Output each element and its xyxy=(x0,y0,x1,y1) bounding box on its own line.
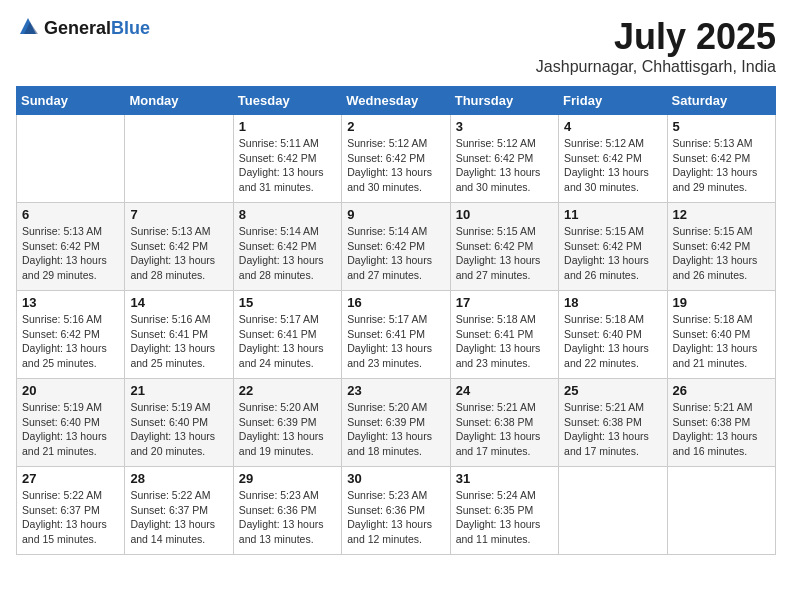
calendar-cell: 6Sunrise: 5:13 AM Sunset: 6:42 PM Daylig… xyxy=(17,203,125,291)
day-detail: Sunrise: 5:12 AM Sunset: 6:42 PM Dayligh… xyxy=(564,136,661,195)
calendar-cell: 11Sunrise: 5:15 AM Sunset: 6:42 PM Dayli… xyxy=(559,203,667,291)
day-detail: Sunrise: 5:21 AM Sunset: 6:38 PM Dayligh… xyxy=(673,400,770,459)
day-number: 4 xyxy=(564,119,661,134)
day-number: 18 xyxy=(564,295,661,310)
page-header: GeneralBlue July 2025 Jashpurnagar, Chha… xyxy=(16,16,776,76)
calendar-cell: 31Sunrise: 5:24 AM Sunset: 6:35 PM Dayli… xyxy=(450,467,558,555)
logo-icon xyxy=(16,16,40,40)
logo: GeneralBlue xyxy=(16,16,150,40)
logo-blue: Blue xyxy=(111,18,150,38)
calendar-cell: 22Sunrise: 5:20 AM Sunset: 6:39 PM Dayli… xyxy=(233,379,341,467)
weekday-header: Monday xyxy=(125,87,233,115)
day-number: 13 xyxy=(22,295,119,310)
day-number: 25 xyxy=(564,383,661,398)
day-number: 30 xyxy=(347,471,444,486)
day-number: 7 xyxy=(130,207,227,222)
weekday-header: Tuesday xyxy=(233,87,341,115)
day-number: 10 xyxy=(456,207,553,222)
day-detail: Sunrise: 5:22 AM Sunset: 6:37 PM Dayligh… xyxy=(130,488,227,547)
day-number: 21 xyxy=(130,383,227,398)
calendar-cell: 19Sunrise: 5:18 AM Sunset: 6:40 PM Dayli… xyxy=(667,291,775,379)
day-number: 6 xyxy=(22,207,119,222)
calendar-cell xyxy=(125,115,233,203)
calendar-cell: 3Sunrise: 5:12 AM Sunset: 6:42 PM Daylig… xyxy=(450,115,558,203)
day-detail: Sunrise: 5:22 AM Sunset: 6:37 PM Dayligh… xyxy=(22,488,119,547)
weekday-header: Thursday xyxy=(450,87,558,115)
calendar-cell: 15Sunrise: 5:17 AM Sunset: 6:41 PM Dayli… xyxy=(233,291,341,379)
day-detail: Sunrise: 5:17 AM Sunset: 6:41 PM Dayligh… xyxy=(239,312,336,371)
day-detail: Sunrise: 5:11 AM Sunset: 6:42 PM Dayligh… xyxy=(239,136,336,195)
day-number: 26 xyxy=(673,383,770,398)
title-block: July 2025 Jashpurnagar, Chhattisgarh, In… xyxy=(536,16,776,76)
day-detail: Sunrise: 5:12 AM Sunset: 6:42 PM Dayligh… xyxy=(347,136,444,195)
day-number: 22 xyxy=(239,383,336,398)
day-number: 27 xyxy=(22,471,119,486)
day-number: 19 xyxy=(673,295,770,310)
logo-general: General xyxy=(44,18,111,38)
day-number: 24 xyxy=(456,383,553,398)
calendar-week-row: 1Sunrise: 5:11 AM Sunset: 6:42 PM Daylig… xyxy=(17,115,776,203)
day-detail: Sunrise: 5:14 AM Sunset: 6:42 PM Dayligh… xyxy=(239,224,336,283)
calendar-cell: 28Sunrise: 5:22 AM Sunset: 6:37 PM Dayli… xyxy=(125,467,233,555)
day-detail: Sunrise: 5:21 AM Sunset: 6:38 PM Dayligh… xyxy=(564,400,661,459)
calendar-cell: 5Sunrise: 5:13 AM Sunset: 6:42 PM Daylig… xyxy=(667,115,775,203)
weekday-header: Wednesday xyxy=(342,87,450,115)
day-detail: Sunrise: 5:14 AM Sunset: 6:42 PM Dayligh… xyxy=(347,224,444,283)
day-detail: Sunrise: 5:20 AM Sunset: 6:39 PM Dayligh… xyxy=(239,400,336,459)
calendar-cell: 9Sunrise: 5:14 AM Sunset: 6:42 PM Daylig… xyxy=(342,203,450,291)
day-detail: Sunrise: 5:15 AM Sunset: 6:42 PM Dayligh… xyxy=(673,224,770,283)
day-number: 15 xyxy=(239,295,336,310)
weekday-header-row: SundayMondayTuesdayWednesdayThursdayFrid… xyxy=(17,87,776,115)
calendar-cell: 25Sunrise: 5:21 AM Sunset: 6:38 PM Dayli… xyxy=(559,379,667,467)
day-detail: Sunrise: 5:23 AM Sunset: 6:36 PM Dayligh… xyxy=(347,488,444,547)
calendar-cell: 16Sunrise: 5:17 AM Sunset: 6:41 PM Dayli… xyxy=(342,291,450,379)
day-detail: Sunrise: 5:19 AM Sunset: 6:40 PM Dayligh… xyxy=(22,400,119,459)
calendar-cell: 10Sunrise: 5:15 AM Sunset: 6:42 PM Dayli… xyxy=(450,203,558,291)
day-detail: Sunrise: 5:13 AM Sunset: 6:42 PM Dayligh… xyxy=(130,224,227,283)
day-detail: Sunrise: 5:20 AM Sunset: 6:39 PM Dayligh… xyxy=(347,400,444,459)
day-number: 5 xyxy=(673,119,770,134)
day-detail: Sunrise: 5:13 AM Sunset: 6:42 PM Dayligh… xyxy=(22,224,119,283)
day-number: 11 xyxy=(564,207,661,222)
calendar-cell: 27Sunrise: 5:22 AM Sunset: 6:37 PM Dayli… xyxy=(17,467,125,555)
calendar-cell: 30Sunrise: 5:23 AM Sunset: 6:36 PM Dayli… xyxy=(342,467,450,555)
day-number: 14 xyxy=(130,295,227,310)
day-number: 9 xyxy=(347,207,444,222)
calendar-week-row: 13Sunrise: 5:16 AM Sunset: 6:42 PM Dayli… xyxy=(17,291,776,379)
calendar-cell: 4Sunrise: 5:12 AM Sunset: 6:42 PM Daylig… xyxy=(559,115,667,203)
weekday-header: Sunday xyxy=(17,87,125,115)
day-detail: Sunrise: 5:21 AM Sunset: 6:38 PM Dayligh… xyxy=(456,400,553,459)
calendar-cell: 2Sunrise: 5:12 AM Sunset: 6:42 PM Daylig… xyxy=(342,115,450,203)
calendar-cell: 26Sunrise: 5:21 AM Sunset: 6:38 PM Dayli… xyxy=(667,379,775,467)
day-number: 28 xyxy=(130,471,227,486)
day-detail: Sunrise: 5:16 AM Sunset: 6:42 PM Dayligh… xyxy=(22,312,119,371)
calendar-cell: 17Sunrise: 5:18 AM Sunset: 6:41 PM Dayli… xyxy=(450,291,558,379)
day-detail: Sunrise: 5:15 AM Sunset: 6:42 PM Dayligh… xyxy=(564,224,661,283)
day-detail: Sunrise: 5:12 AM Sunset: 6:42 PM Dayligh… xyxy=(456,136,553,195)
calendar-cell: 29Sunrise: 5:23 AM Sunset: 6:36 PM Dayli… xyxy=(233,467,341,555)
day-detail: Sunrise: 5:23 AM Sunset: 6:36 PM Dayligh… xyxy=(239,488,336,547)
calendar-cell: 14Sunrise: 5:16 AM Sunset: 6:41 PM Dayli… xyxy=(125,291,233,379)
day-number: 29 xyxy=(239,471,336,486)
logo-text: GeneralBlue xyxy=(44,18,150,39)
calendar-cell: 23Sunrise: 5:20 AM Sunset: 6:39 PM Dayli… xyxy=(342,379,450,467)
day-number: 23 xyxy=(347,383,444,398)
day-number: 2 xyxy=(347,119,444,134)
weekday-header: Saturday xyxy=(667,87,775,115)
calendar-cell xyxy=(17,115,125,203)
calendar-cell: 24Sunrise: 5:21 AM Sunset: 6:38 PM Dayli… xyxy=(450,379,558,467)
day-number: 31 xyxy=(456,471,553,486)
calendar-cell: 18Sunrise: 5:18 AM Sunset: 6:40 PM Dayli… xyxy=(559,291,667,379)
day-detail: Sunrise: 5:18 AM Sunset: 6:40 PM Dayligh… xyxy=(673,312,770,371)
calendar-cell: 8Sunrise: 5:14 AM Sunset: 6:42 PM Daylig… xyxy=(233,203,341,291)
location-title: Jashpurnagar, Chhattisgarh, India xyxy=(536,58,776,76)
calendar-cell: 21Sunrise: 5:19 AM Sunset: 6:40 PM Dayli… xyxy=(125,379,233,467)
day-number: 8 xyxy=(239,207,336,222)
day-number: 12 xyxy=(673,207,770,222)
calendar-week-row: 27Sunrise: 5:22 AM Sunset: 6:37 PM Dayli… xyxy=(17,467,776,555)
calendar-table: SundayMondayTuesdayWednesdayThursdayFrid… xyxy=(16,86,776,555)
day-detail: Sunrise: 5:15 AM Sunset: 6:42 PM Dayligh… xyxy=(456,224,553,283)
day-number: 1 xyxy=(239,119,336,134)
calendar-cell: 7Sunrise: 5:13 AM Sunset: 6:42 PM Daylig… xyxy=(125,203,233,291)
day-number: 20 xyxy=(22,383,119,398)
